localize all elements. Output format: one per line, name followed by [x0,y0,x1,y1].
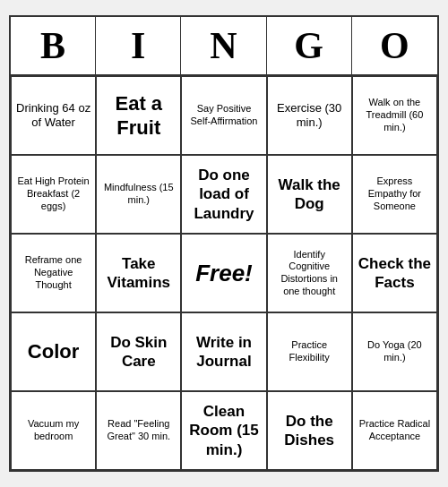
bingo-cell-2: Say Positive Self-Affirmation [181,76,266,155]
bingo-cell-9: Express Empathy for Someone [352,155,437,234]
bingo-cell-8: Walk the Dog [267,155,352,234]
bingo-letter: N [181,17,266,74]
bingo-cell-11: Take Vitamins [96,234,181,312]
bingo-cell-16: Do Skin Care [96,312,181,391]
bingo-cell-14: Check the Facts [352,234,437,312]
bingo-cell-23: Do the Dishes [267,391,352,470]
bingo-cell-22: Clean Room (15 min.) [181,391,266,470]
bingo-cell-24: Practice Radical Acceptance [352,391,437,470]
bingo-cell-21: Read "Feeling Great" 30 min. [96,391,181,470]
bingo-letter: I [96,17,181,74]
bingo-cell-0: Drinking 64 oz of Water [11,76,96,155]
bingo-cell-19: Do Yoga (20 min.) [352,312,437,391]
bingo-cell-3: Exercise (30 min.) [267,76,352,155]
bingo-letter: O [352,17,437,74]
bingo-card: BINGO Drinking 64 oz of WaterEat a Fruit… [9,15,439,472]
bingo-cell-5: Eat High Protein Breakfast (2 eggs) [11,155,96,234]
bingo-header: BINGO [11,17,437,76]
bingo-cell-1: Eat a Fruit [96,76,181,155]
bingo-cell-15: Color [11,312,96,391]
bingo-cell-4: Walk on the Treadmill (60 min.) [352,76,437,155]
bingo-grid: Drinking 64 oz of WaterEat a FruitSay Po… [11,76,437,470]
bingo-cell-10: Reframe one Negative Thought [11,234,96,312]
bingo-cell-7: Do one load of Laundry [181,155,266,234]
bingo-cell-12: Free! [181,234,266,312]
bingo-cell-17: Write in Journal [181,312,266,391]
bingo-letter: B [11,17,96,74]
bingo-cell-6: Mindfulness (15 min.) [96,155,181,234]
bingo-cell-18: Practice Flexibility [267,312,352,391]
bingo-cell-13: Identify Cognitive Distortions in one th… [267,234,352,312]
bingo-letter: G [267,17,352,74]
bingo-cell-20: Vacuum my bedroom [11,391,96,470]
